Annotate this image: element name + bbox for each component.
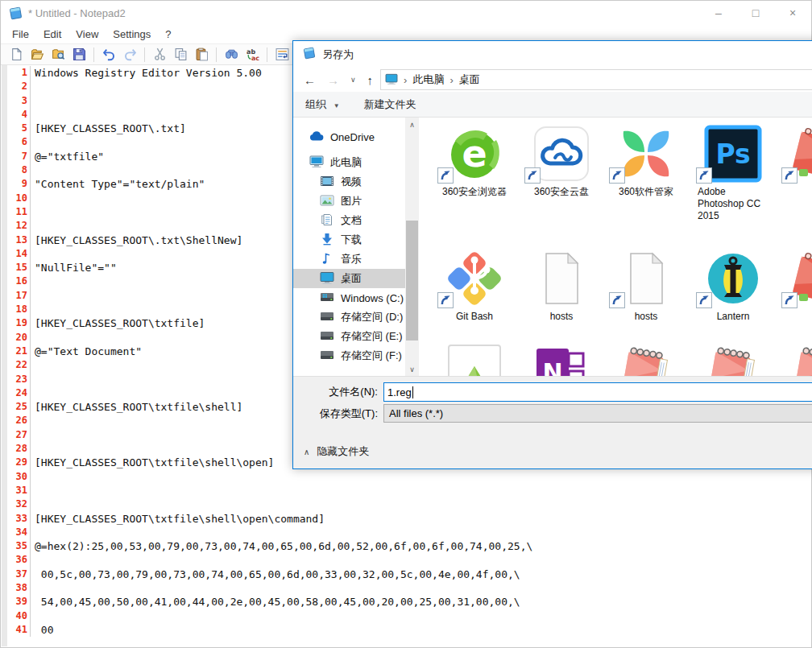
sidebar-item-音乐[interactable]: 音乐 <box>293 250 405 269</box>
file-item-Lantern[interactable]: Lantern <box>689 250 777 323</box>
shortcut-arrow-icon <box>696 292 712 308</box>
back-button[interactable]: ← <box>300 73 320 87</box>
filename-input[interactable]: 1.reg <box>383 382 812 402</box>
sidebar-item-onedrive[interactable]: OneDrive <box>293 127 405 147</box>
undo-button[interactable] <box>101 47 117 63</box>
line-number: 18 <box>7 303 31 316</box>
line-text <box>31 386 35 400</box>
menu-item-help[interactable]: ? <box>158 28 178 40</box>
file-item-360安全云盘[interactable]: 360安全云盘 <box>517 125 606 198</box>
sidebar-item-此电脑[interactable]: 此电脑 <box>293 153 405 172</box>
drive-icon <box>320 349 334 364</box>
breadcrumb-chevron-icon: › <box>450 74 453 86</box>
copy-button[interactable] <box>172 47 188 63</box>
menu-item-view[interactable]: View <box>68 28 106 40</box>
open-file-button[interactable] <box>29 47 45 63</box>
line-text <box>31 331 35 345</box>
maximize-button[interactable]: □ <box>737 1 774 25</box>
line-number: 36 <box>7 553 31 567</box>
file-item-Adobe Photoshop CC 2015[interactable]: PsAdobe Photoshop CC 2015 <box>689 125 777 222</box>
shortcut-arrow-icon <box>437 167 454 184</box>
file-item-label: Adobe Photoshop CC 2015 <box>698 186 768 222</box>
sidebar-item-windowsc[interactable]: Windows (C:) <box>293 288 405 307</box>
line-text: [HKEY_CLASSES_ROOT\.txt] <box>31 122 186 135</box>
file-item-Git Bash[interactable]: Git Bash <box>430 250 519 323</box>
file-item-hosts[interactable]: hosts <box>602 250 690 323</box>
redo-button[interactable] <box>122 47 138 63</box>
shortcut-arrow-icon <box>524 167 541 184</box>
sidebar-item-图片[interactable]: 图片 <box>293 192 405 211</box>
sidebar-item-视频[interactable]: 视频 <box>293 172 405 192</box>
editor-line: 39 54,00,45,00,50,00,41,00,44,00,2e,00,4… <box>7 595 810 609</box>
file-item-360软件管家[interactable]: 360软件管家 <box>602 125 690 198</box>
breadcrumb-this-pc[interactable]: 此电脑 <box>412 72 444 87</box>
breadcrumb-desktop[interactable]: 桌面 <box>459 72 480 87</box>
window-title: * Untitled - Notepad2 <box>28 7 126 19</box>
save-file-button[interactable] <box>71 47 87 63</box>
scroll-up-icon[interactable]: ∧ <box>405 121 419 129</box>
sidebar-item-存储空间f[interactable]: 存储空间 (F:) <box>293 346 405 365</box>
browse-file-button[interactable] <box>50 47 66 63</box>
organize-button[interactable]: 组织 ▼ <box>305 97 340 112</box>
paste-button[interactable] <box>193 47 209 63</box>
line-text <box>31 373 35 386</box>
file-item-360安全浏览器[interactable]: e360安全浏览器 <box>430 125 519 198</box>
sidebar-item-label: 文档 <box>341 213 362 228</box>
textfile-icon <box>532 250 590 307</box>
line-text <box>31 247 35 261</box>
menu-item-edit[interactable]: Edit <box>36 28 68 40</box>
filename-panel: 文件名(N): 1.reg 保存类型(T): All files (*.*) ∧… <box>293 376 812 468</box>
line-text: 00,5c,00,73,00,79,00,73,00,74,00,65,00,6… <box>31 568 520 581</box>
file-item-m[interactable]: m <box>774 250 812 323</box>
replace-button[interactable]: abac <box>244 47 260 63</box>
line-number: 20 <box>7 331 31 345</box>
sidebar-item-存储空间d[interactable]: 存储空间 (D:) <box>293 307 405 327</box>
rednotebook-icon <box>789 250 812 307</box>
line-text: 54,00,45,00,50,00,41,00,44,00,2e,00,45,0… <box>31 595 520 609</box>
line-number: 11 <box>7 205 31 219</box>
photoshop-icon: Ps <box>704 125 762 183</box>
sidebar-item-桌面[interactable]: 桌面 <box>293 269 405 288</box>
cut-button[interactable] <box>151 47 168 63</box>
line-text <box>31 497 35 511</box>
file-item-hosts[interactable]: hosts <box>517 250 606 323</box>
sidebar-item-label: 桌面 <box>341 271 362 286</box>
editor-line: 30 <box>7 470 810 484</box>
editor-line: 37 00,5c,00,73,00,79,00,73,00,74,00,65,0… <box>7 568 810 581</box>
scrollbar-thumb[interactable] <box>406 221 418 341</box>
dialog-title: 另存为 <box>322 47 354 62</box>
line-number: 23 <box>7 373 31 386</box>
find-button[interactable] <box>223 47 239 63</box>
sidebar-item-存储空间e[interactable]: 存储空间 (E:) <box>293 327 405 346</box>
savetype-combobox[interactable]: All files (*.*) <box>383 404 812 423</box>
computer-icon <box>309 155 324 171</box>
line-number: 19 <box>7 316 31 330</box>
menu-item-settings[interactable]: Settings <box>106 28 158 40</box>
menu-item-file[interactable]: File <box>5 28 36 40</box>
word-wrap-button[interactable] <box>274 47 290 63</box>
line-text <box>31 289 35 303</box>
sidebar-item-下载[interactable]: 下载 <box>293 230 405 250</box>
toolbar-separator <box>216 47 217 62</box>
new-file-button[interactable] <box>8 47 24 63</box>
sidebar-scrollbar[interactable]: ∧ ∨ <box>405 118 419 377</box>
address-bar[interactable]: › 此电脑 › 桌面 <box>380 69 812 90</box>
up-button[interactable]: ↑ <box>363 73 378 87</box>
file-item-label: Git Bash <box>430 311 519 323</box>
line-text: [HKEY_CLASSES_ROOT\txtfile\shell\open] <box>31 456 274 469</box>
history-dropdown-icon[interactable]: ∨ <box>346 76 360 84</box>
text-caret <box>412 386 413 398</box>
sidebar-item-文档[interactable]: 文档 <box>293 211 405 230</box>
hide-folders-button[interactable]: ∧ 隐藏文件夹 <box>304 444 369 459</box>
breadcrumb-chevron-icon: › <box>404 74 407 86</box>
sidebar-item-label: OneDrive <box>330 131 375 143</box>
new-folder-button[interactable]: 新建文件夹 <box>364 97 416 112</box>
file-item-Ed[interactable]: Ed <box>774 125 812 198</box>
close-button[interactable]: × <box>774 1 811 25</box>
scroll-down-icon[interactable]: ∨ <box>405 365 419 374</box>
minimize-button[interactable]: – <box>700 1 737 25</box>
line-number: 21 <box>7 345 31 358</box>
line-text: Windows Registry Editor Version 5.00 <box>31 66 262 80</box>
forward-button[interactable]: → <box>323 73 343 87</box>
line-text <box>31 192 35 205</box>
